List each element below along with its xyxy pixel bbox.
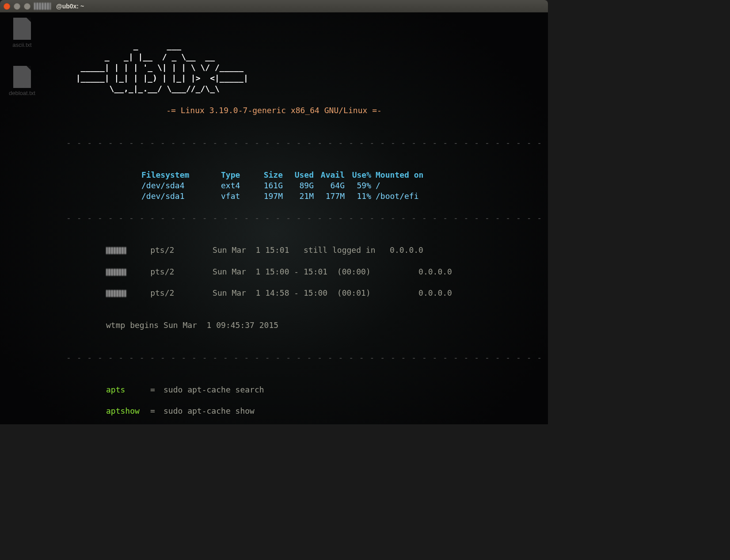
titlebar[interactable]: @ub0x: ~ (0, 0, 548, 12)
minimize-icon[interactable] (14, 3, 20, 10)
censored-username (106, 290, 126, 297)
maximize-icon[interactable] (24, 3, 30, 10)
censored-username (106, 247, 126, 254)
censored-username (34, 3, 51, 10)
terminal-window: @ub0x: ~ ascii.txt debloat.txt _ ___ _ _… (0, 0, 548, 424)
divider: - - - - - - - - - - - - - - - - - - - - … (9, 137, 539, 148)
divider: - - - - - - - - - - - - - - - - - - - - … (9, 352, 539, 363)
last-row: pts/2 Sun Mar 1 15:01 still logged in 0.… (9, 245, 539, 255)
alias-row: aptshow=sudo apt-cache show (9, 406, 539, 416)
kernel-line: -= Linux 3.19.0-7-generic x86_64 GNU/Lin… (9, 105, 539, 116)
alias-row: apts=sudo apt-cache search (9, 385, 539, 395)
fs-header: FilesystemTypeSizeUsedAvailUse%Mounted o… (141, 170, 539, 180)
ascii-banner: _ ___ _ _| |__ / _ \__ __ _____| | | | '… (9, 41, 539, 94)
divider: - - - - - - - - - - - - - - - - - - - - … (9, 213, 539, 223)
last-row: pts/2 Sun Mar 1 15:00 - 15:01 (00:00) 0.… (9, 267, 539, 277)
censored-username (106, 269, 126, 276)
fs-row: /dev/sda4ext4161G89G64G59%/ (141, 180, 539, 191)
window-title: @ub0x: ~ (56, 3, 84, 10)
fs-row: /dev/sda1vfat197M21M177M11%/boot/efi (141, 191, 539, 202)
wtmp-line: wtmp begins Sun Mar 1 09:45:37 2015 (9, 320, 539, 331)
terminal-body[interactable]: _ ___ _ _| |__ / _ \__ __ _____| | | | '… (0, 12, 548, 424)
close-icon[interactable] (4, 3, 10, 10)
last-row: pts/2 Sun Mar 1 14:58 - 15:00 (00:01) 0.… (9, 288, 539, 298)
